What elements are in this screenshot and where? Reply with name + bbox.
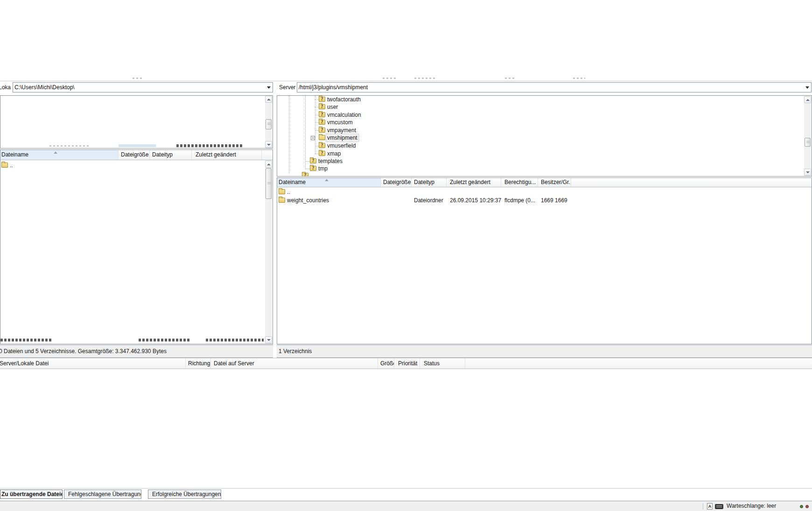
- column-header-berechtigungen[interactable]: Berechtigu...: [501, 178, 538, 187]
- tab-fehlgeschlagene-uebertragungen[interactable]: Fehlgeschlagene Übertragungen: [64, 490, 141, 499]
- column-header-prioritaet[interactable]: Priorität: [394, 358, 420, 369]
- server-path-input[interactable]: [299, 83, 803, 92]
- toolbar-remnant: [573, 78, 585, 79]
- tree-item-vmshipment[interactable]: + vmshipment: [277, 134, 791, 142]
- list-item-parent-dir[interactable]: ..: [277, 188, 809, 197]
- folder-question-icon: [319, 120, 325, 125]
- column-header-dateiname[interactable]: Dateiname: [277, 178, 381, 187]
- tree-item-label: vmcustom: [327, 119, 353, 126]
- local-file-list: Dateiname Dateigröße Dateityp Zuletzt ge…: [0, 149, 273, 344]
- folder-question-icon: [319, 128, 325, 133]
- local-status-bar: 0 Dateien und 5 Verzeichnisse. Gesamtgrö…: [0, 345, 273, 358]
- column-header-richtung[interactable]: Richtung: [187, 358, 211, 369]
- local-tree-scrollbar[interactable]: [265, 96, 272, 148]
- chevron-down-icon[interactable]: [805, 86, 809, 89]
- file-name: ..: [10, 162, 117, 170]
- local-path-combobox[interactable]: [13, 82, 273, 92]
- sort-ascending-icon: [54, 151, 57, 154]
- scroll-up-button[interactable]: [804, 96, 811, 103]
- file-owner: 1669 1669: [541, 197, 572, 205]
- queue-list[interactable]: [0, 369, 812, 489]
- file-permissions: flcdmpe (0...: [504, 197, 538, 205]
- tree-item-user[interactable]: user: [277, 103, 791, 111]
- column-header-dateityp[interactable]: Dateityp: [150, 150, 192, 160]
- tree-item-vmcalculation[interactable]: vmcalculation: [277, 111, 791, 119]
- toolbar-remnant: [505, 78, 515, 79]
- speed-limits-icon[interactable]: [715, 504, 723, 509]
- tree-item-vmcustom[interactable]: vmcustom: [277, 119, 791, 126]
- column-header-zuletzt-geaendert[interactable]: Zuletzt geändert: [447, 178, 501, 187]
- list-item-weight-countries[interactable]: weight_countries Dateiordner 26.09.2015 …: [277, 197, 809, 205]
- column-header-server-lokale-datei[interactable]: Server/Lokale Datei: [0, 358, 186, 369]
- scroll-up-button[interactable]: [265, 96, 272, 103]
- tree-item-xmap[interactable]: xmap: [277, 150, 791, 157]
- scroll-down-button[interactable]: [265, 336, 272, 343]
- column-header-dateiname[interactable]: Dateiname: [0, 150, 119, 160]
- tree-item-tmp[interactable]: tmp: [277, 165, 791, 172]
- column-header-dateigroesse[interactable]: Dateigröße: [119, 150, 150, 160]
- scrollbar-thumb[interactable]: [805, 138, 811, 147]
- local-path-input[interactable]: [14, 83, 264, 92]
- scroll-down-button[interactable]: [804, 169, 811, 176]
- remote-status-bar: 1 Verzeichnis: [277, 345, 812, 358]
- column-header-groesse[interactable]: Größe: [378, 358, 394, 369]
- remote-tree-pane: twofactorauth user vmcalculation vmcusto…: [277, 95, 812, 177]
- folder-question-icon: [319, 143, 325, 148]
- scroll-up-button[interactable]: [265, 161, 272, 168]
- ascii-transfer-type-icon[interactable]: A: [707, 503, 713, 510]
- scrollbar-thumb[interactable]: [266, 168, 272, 199]
- column-header-besitzer-gruppe[interactable]: Besitzer/Gr...: [538, 178, 571, 187]
- file-type: Dateiordner: [414, 197, 447, 205]
- column-header-status[interactable]: Status: [420, 358, 465, 369]
- folder-question-icon: [319, 112, 325, 117]
- folder-question-icon: [319, 104, 325, 109]
- folder-icon: [279, 198, 285, 203]
- tab-erfolgreiche-uebertragungen[interactable]: Erfolgreiche Übertragungen: [148, 490, 221, 499]
- list-item-parent-dir[interactable]: ..: [0, 162, 262, 170]
- erased-text-remnant: [139, 339, 190, 341]
- erased-text-remnant: [206, 339, 264, 341]
- server-path-combobox[interactable]: [297, 82, 812, 92]
- file-name: ..: [287, 188, 378, 197]
- tree-item-vmpayment[interactable]: vmpayment: [277, 127, 791, 134]
- queue-header: Server/Lokale Datei Richtung Datei auf S…: [0, 358, 812, 369]
- local-list-header: Dateiname Dateigröße Dateityp Zuletzt ge…: [0, 150, 273, 160]
- tab-zu-uebertragende-dateien[interactable]: Zu übertragende Dateien: [0, 490, 63, 499]
- column-header-zuletzt-geaendert[interactable]: Zuletzt geändert: [192, 150, 262, 160]
- folder-question-icon: [319, 151, 325, 156]
- tree-item-vmuserfield[interactable]: vmuserfield: [277, 142, 791, 149]
- column-header-dateityp[interactable]: Dateityp: [412, 178, 447, 187]
- folder-icon: [319, 135, 325, 140]
- sort-ascending-icon: [325, 179, 329, 181]
- tree-item-twofactorauth[interactable]: twofactorauth: [277, 96, 791, 103]
- remote-status-text: 1 Verzeichnis: [279, 348, 312, 355]
- local-status-text: 0 Dateien und 5 Verzeichnisse. Gesamtgrö…: [0, 348, 167, 355]
- local-list-scrollbar[interactable]: [265, 160, 272, 344]
- local-tree-pane: [0, 95, 273, 149]
- erased-text-remnant: [0, 339, 53, 341]
- folder-icon: [1, 163, 8, 168]
- main-status-bar: A Warteschlange: leer: [0, 501, 812, 511]
- column-header-dateigroesse[interactable]: Dateigröße: [381, 178, 412, 187]
- filezilla-window: Lokal: Server: Dateiname Dateigröße Date…: [0, 0, 812, 511]
- erased-text-remnant: [49, 145, 89, 147]
- remote-tree-scrollbar[interactable]: [804, 96, 811, 176]
- chevron-down-icon[interactable]: [267, 86, 271, 89]
- file-name: weight_countries: [287, 197, 378, 205]
- file-modified: 26.09.2015 10:29:37: [450, 197, 502, 205]
- folder-question-icon: [310, 158, 316, 163]
- activity-led-green-icon: [800, 505, 803, 508]
- toolbar-divider: [0, 81, 812, 81]
- erased-selection-remnant: [119, 144, 156, 147]
- column-header-datei-auf-server[interactable]: Datei auf Server: [211, 358, 378, 369]
- queue-status-text: Warteschlange: leer: [727, 501, 776, 511]
- tree-item-label: user: [327, 103, 338, 111]
- folder-question-icon: [310, 166, 316, 171]
- remote-list-header: Dateiname Dateigröße Dateityp Zuletzt ge…: [277, 178, 812, 187]
- tree-item-templates[interactable]: templates: [277, 157, 791, 165]
- scrollbar-thumb[interactable]: [266, 119, 272, 129]
- tree-item-label: tmp: [318, 165, 328, 172]
- tree-item-label: vmshipment: [326, 134, 358, 142]
- scroll-down-button[interactable]: [265, 141, 272, 148]
- tree-expander-plus-icon[interactable]: +: [311, 136, 315, 140]
